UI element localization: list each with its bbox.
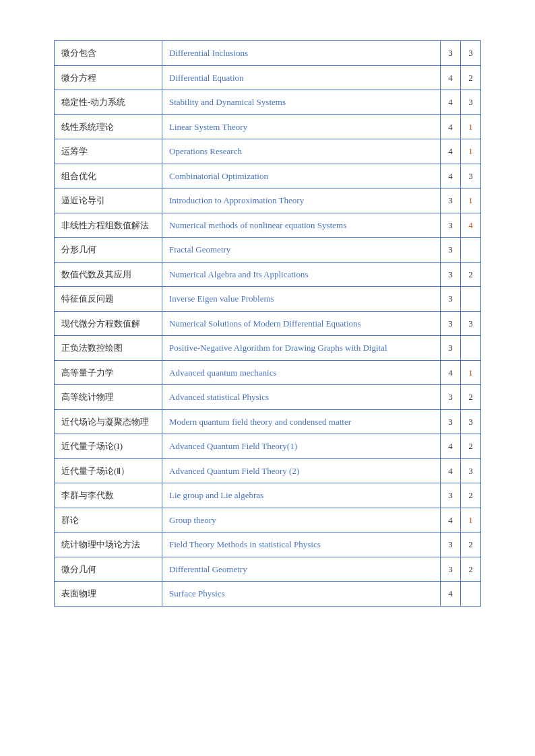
course-number2: 2	[461, 557, 481, 582]
course-name-en: Modern quantum field theory and condense…	[162, 409, 441, 434]
course-credit: 3	[441, 483, 461, 508]
course-credit: 4	[441, 458, 461, 483]
table-row: 微分几何Differential Geometry32	[55, 557, 481, 582]
course-name-cn: 群论	[55, 508, 162, 532]
course-credit: 4	[441, 508, 461, 532]
course-name-en: Differential Equation	[162, 65, 441, 90]
course-name-en: Operations Research	[162, 139, 441, 164]
course-name-cn: 分形几何	[55, 238, 162, 263]
course-number2: 1	[461, 508, 481, 532]
course-name-en: Advanced Quantum Field Theory (2)	[162, 458, 441, 483]
course-number2: 2	[461, 262, 481, 287]
course-credit: 3	[441, 287, 461, 312]
course-name-cn: 近代场论与凝聚态物理	[55, 409, 162, 434]
course-name-cn: 稳定性-动力系统	[55, 90, 162, 115]
table-row: 近代量子场论(Ⅱ）Advanced Quantum Field Theory (…	[55, 458, 481, 483]
table-row: 逼近论导引Introduction to Approximation Theor…	[55, 188, 481, 213]
table-row: 组合优化Combinatorial Optimization43	[55, 164, 481, 188]
table-row: 统计物理中场论方法Field Theory Methods in statist…	[55, 532, 481, 557]
course-name-en: Introduction to Approximation Theory	[162, 188, 441, 213]
course-name-en: Differential Inclusions	[162, 41, 441, 66]
table-row: 近代量子场论(I)Advanced Quantum Field Theory(1…	[55, 434, 481, 459]
course-credit: 3	[441, 213, 461, 238]
table-row: 正负法数控绘图Positive-Negative Algorithm for D…	[55, 336, 481, 361]
course-table: 微分包含Differential Inclusions33微分方程Differe…	[54, 40, 481, 607]
course-name-cn: 正负法数控绘图	[55, 336, 162, 361]
course-number2: 3	[461, 164, 481, 188]
course-name-en: Numerical Algebra and Its Applications	[162, 262, 441, 287]
course-name-cn: 数值代数及其应用	[55, 262, 162, 287]
course-name-en: Advanced Quantum Field Theory(1)	[162, 434, 441, 459]
course-name-en: Fractal Geometry	[162, 238, 441, 263]
course-credit: 3	[441, 188, 461, 213]
course-number2: 3	[461, 90, 481, 115]
table-row: 特征值反问题Inverse Eigen value Problems3	[55, 287, 481, 312]
course-name-cn: 特征值反问题	[55, 287, 162, 312]
course-name-cn: 微分方程	[55, 65, 162, 90]
course-credit: 4	[441, 164, 461, 188]
course-number2: 2	[461, 385, 481, 410]
course-credit: 3	[441, 336, 461, 361]
course-credit: 3	[441, 41, 461, 66]
course-name-en: Inverse Eigen value Problems	[162, 287, 441, 312]
course-credit: 3	[441, 532, 461, 557]
course-name-en: Advanced statistical Physics	[162, 385, 441, 410]
course-name-cn: 近代量子场论(I)	[55, 434, 162, 459]
course-name-cn: 运筹学	[55, 139, 162, 164]
course-number2	[461, 287, 481, 312]
course-credit: 3	[441, 557, 461, 582]
course-number2	[461, 238, 481, 263]
course-name-en: Advanced quantum mechanics	[162, 360, 441, 385]
course-name-en: Combinatorial Optimization	[162, 164, 441, 188]
course-number2: 1	[461, 360, 481, 385]
course-credit: 3	[441, 409, 461, 434]
course-number2: 1	[461, 114, 481, 139]
course-name-en: Positive-Negative Algorithm for Drawing …	[162, 336, 441, 361]
course-name-cn: 表面物理	[55, 582, 162, 607]
course-name-en: Lie group and Lie algebras	[162, 483, 441, 508]
course-credit: 4	[441, 434, 461, 459]
course-name-cn: 微分包含	[55, 41, 162, 66]
table-row: 近代场论与凝聚态物理Modern quantum field theory an…	[55, 409, 481, 434]
table-row: 高等统计物理Advanced statistical Physics32	[55, 385, 481, 410]
course-name-cn: 组合优化	[55, 164, 162, 188]
course-number2: 2	[461, 434, 481, 459]
table-row: 现代微分方程数值解Numerical Solutions of Modern D…	[55, 311, 481, 336]
course-name-en: Group theory	[162, 508, 441, 532]
course-credit: 3	[441, 262, 461, 287]
table-row: 群论Group theory41	[55, 508, 481, 532]
course-credit: 4	[441, 114, 461, 139]
table-row: 稳定性-动力系统Stability and Dynamical Systems4…	[55, 90, 481, 115]
course-credit: 4	[441, 582, 461, 607]
course-number2: 4	[461, 213, 481, 238]
course-number2: 2	[461, 65, 481, 90]
course-name-cn: 李群与李代数	[55, 483, 162, 508]
course-name-en: Field Theory Methods in statistical Phys…	[162, 532, 441, 557]
course-number2	[461, 336, 481, 361]
course-number2	[461, 582, 481, 607]
table-row: 线性系统理论Linear System Theory41	[55, 114, 481, 139]
table-row: 数值代数及其应用Numerical Algebra and Its Applic…	[55, 262, 481, 287]
course-name-en: Surface Physics	[162, 582, 441, 607]
course-credit: 4	[441, 139, 461, 164]
course-name-cn: 高等统计物理	[55, 385, 162, 410]
course-name-en: Numerical methods of nonlinear equation …	[162, 213, 441, 238]
course-credit: 3	[441, 238, 461, 263]
course-credit: 3	[441, 311, 461, 336]
course-number2: 1	[461, 139, 481, 164]
course-number2: 2	[461, 532, 481, 557]
table-row: 高等量子力学Advanced quantum mechanics41	[55, 360, 481, 385]
course-name-cn: 统计物理中场论方法	[55, 532, 162, 557]
course-number2: 3	[461, 458, 481, 483]
table-row: 李群与李代数Lie group and Lie algebras32	[55, 483, 481, 508]
course-name-cn: 现代微分方程数值解	[55, 311, 162, 336]
course-credit: 4	[441, 90, 461, 115]
table-row: 非线性方程组数值解法Numerical methods of nonlinear…	[55, 213, 481, 238]
course-name-cn: 微分几何	[55, 557, 162, 582]
course-name-en: Numerical Solutions of Modern Differenti…	[162, 311, 441, 336]
table-row: 微分包含Differential Inclusions33	[55, 41, 481, 66]
course-name-cn: 高等量子力学	[55, 360, 162, 385]
course-number2: 1	[461, 188, 481, 213]
table-row: 表面物理Surface Physics4	[55, 582, 481, 607]
course-name-en: Stability and Dynamical Systems	[162, 90, 441, 115]
